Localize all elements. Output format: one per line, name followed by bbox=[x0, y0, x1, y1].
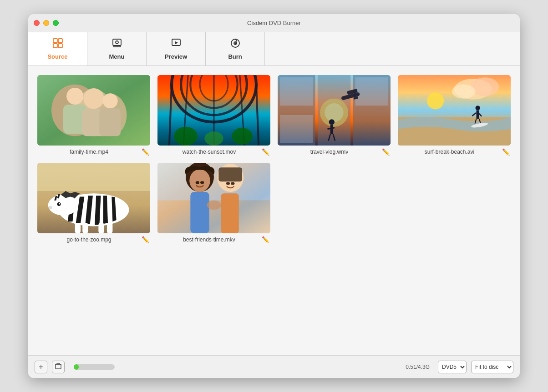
tab-menu[interactable]: Menu bbox=[87, 32, 147, 65]
svg-rect-81 bbox=[190, 192, 209, 233]
svg-rect-39 bbox=[318, 75, 350, 146]
edit-icon-best-friends[interactable]: ✏️ bbox=[262, 236, 269, 243]
media-thumb-go-to-zoo bbox=[37, 163, 150, 233]
window-title: Cisdem DVD Burner bbox=[247, 20, 301, 26]
media-item-travel-vlog[interactable]: travel-vlog.wmv ✏️ bbox=[278, 75, 391, 156]
close-button[interactable] bbox=[34, 20, 40, 26]
svg-rect-72 bbox=[107, 223, 112, 233]
media-info-family-time: family-time.mp4 ✏️ bbox=[37, 146, 150, 156]
media-thumb-best-friends bbox=[157, 163, 270, 233]
tab-preview-label: Preview bbox=[165, 53, 187, 60]
filename-travel-vlog: travel-vlog.wmv bbox=[279, 149, 380, 155]
svg-point-11 bbox=[235, 43, 236, 44]
delete-button[interactable] bbox=[52, 361, 65, 373]
tab-source[interactable]: Source bbox=[28, 32, 87, 65]
svg-point-74 bbox=[59, 203, 60, 204]
media-info-go-to-zoo: go-to-the-zoo.mpg ✏️ bbox=[37, 233, 150, 243]
svg-rect-69 bbox=[75, 223, 81, 233]
maximize-button[interactable] bbox=[53, 20, 59, 26]
svg-rect-21 bbox=[99, 108, 121, 136]
svg-point-87 bbox=[226, 182, 230, 185]
svg-point-55 bbox=[452, 85, 476, 99]
add-button[interactable]: + bbox=[35, 361, 47, 373]
tab-burn-label: Burn bbox=[228, 53, 242, 60]
add-icon: + bbox=[39, 363, 43, 371]
tab-burn[interactable]: Burn bbox=[206, 32, 265, 65]
svg-point-68 bbox=[48, 195, 78, 215]
edit-icon-family-time[interactable]: ✏️ bbox=[142, 148, 149, 156]
media-item-watch-sunset[interactable]: watch-the-sunset.mov ✏️ bbox=[157, 75, 270, 156]
svg-point-5 bbox=[116, 41, 118, 44]
delete-icon bbox=[55, 362, 62, 372]
media-item-family-time[interactable]: family-time.mp4 ✏️ bbox=[37, 75, 150, 156]
source-icon bbox=[52, 38, 63, 51]
media-info-travel-vlog: travel-vlog.wmv ✏️ bbox=[278, 146, 391, 156]
svg-rect-59 bbox=[477, 111, 479, 119]
svg-rect-0 bbox=[53, 39, 57, 43]
svg-point-33 bbox=[204, 131, 223, 146]
svg-rect-3 bbox=[58, 44, 62, 48]
burn-icon bbox=[230, 38, 241, 51]
svg-point-86 bbox=[200, 181, 204, 184]
svg-point-75 bbox=[49, 206, 52, 209]
menu-icon bbox=[112, 38, 122, 51]
media-info-best-friends: best-friends-time.mkv ✏️ bbox=[157, 233, 270, 243]
svg-point-56 bbox=[427, 92, 444, 109]
svg-point-89 bbox=[207, 201, 221, 210]
traffic-lights bbox=[34, 20, 59, 26]
svg-rect-45 bbox=[330, 125, 333, 135]
edit-icon-go-to-zoo[interactable]: ✏️ bbox=[142, 236, 149, 243]
svg-rect-66 bbox=[37, 163, 150, 191]
media-thumb-travel-vlog bbox=[278, 75, 391, 146]
fit-option-select[interactable]: Fit to disc High quality Custom bbox=[471, 361, 513, 373]
svg-point-34 bbox=[232, 128, 252, 145]
media-thumb-surf-break-beach bbox=[398, 75, 511, 146]
svg-point-32 bbox=[174, 127, 198, 146]
svg-point-85 bbox=[196, 181, 199, 184]
storage-label: 0.51/4.3G bbox=[406, 364, 430, 370]
media-grid: family-time.mp4 ✏️ bbox=[37, 75, 511, 243]
minimize-button[interactable] bbox=[43, 20, 49, 26]
filename-go-to-zoo: go-to-the-zoo.mpg bbox=[38, 236, 140, 243]
svg-point-17 bbox=[83, 88, 104, 109]
svg-point-88 bbox=[231, 182, 234, 185]
svg-rect-90 bbox=[56, 364, 61, 369]
svg-point-80 bbox=[189, 169, 210, 192]
toolbar: Source Menu Preview bbox=[28, 32, 520, 66]
filename-watch-sunset: watch-the-sunset.mov bbox=[158, 149, 260, 155]
svg-rect-2 bbox=[53, 44, 57, 48]
tab-source-label: Source bbox=[47, 53, 67, 60]
progress-bar-container bbox=[74, 364, 115, 370]
svg-rect-41 bbox=[280, 77, 313, 106]
filename-family-time: family-time.mp4 bbox=[38, 149, 140, 155]
media-thumb-watch-sunset bbox=[157, 75, 270, 146]
titlebar: Cisdem DVD Burner bbox=[28, 14, 520, 32]
tab-preview[interactable]: Preview bbox=[147, 32, 206, 65]
svg-point-58 bbox=[476, 106, 480, 110]
media-item-best-friends[interactable]: best-friends-time.mkv ✏️ bbox=[157, 163, 270, 243]
content-area: family-time.mp4 ✏️ bbox=[28, 66, 520, 355]
filename-best-friends: best-friends-time.mkv bbox=[158, 236, 260, 243]
svg-rect-43 bbox=[355, 77, 388, 106]
svg-rect-83 bbox=[218, 167, 242, 181]
svg-rect-77 bbox=[157, 163, 270, 201]
edit-icon-travel-vlog[interactable]: ✏️ bbox=[382, 148, 390, 156]
app-window: Cisdem DVD Burner Source bbox=[28, 14, 520, 378]
media-item-surf-break-beach[interactable]: surf-break-beach.avi ✏️ bbox=[398, 75, 511, 156]
disc-type-select[interactable]: DVD5 DVD9 bbox=[438, 361, 467, 373]
svg-point-16 bbox=[66, 88, 83, 105]
media-info-watch-sunset: watch-the-sunset.mov ✏️ bbox=[157, 146, 270, 156]
progress-bar-fill bbox=[74, 364, 79, 370]
edit-icon-surf-break-beach[interactable]: ✏️ bbox=[502, 148, 510, 156]
filename-surf-break-beach: surf-break-beach.avi bbox=[399, 149, 500, 155]
svg-point-44 bbox=[329, 119, 335, 125]
media-thumb-family-time bbox=[37, 75, 150, 146]
media-item-go-to-zoo[interactable]: go-to-the-zoo.mpg ✏️ bbox=[37, 163, 150, 243]
bottombar: + 0.51/4.3G DVD5 DVD9 Fit to disc bbox=[28, 355, 520, 378]
svg-rect-4 bbox=[113, 39, 121, 45]
svg-rect-71 bbox=[98, 223, 104, 233]
edit-icon-watch-sunset[interactable]: ✏️ bbox=[262, 148, 269, 156]
svg-rect-84 bbox=[221, 193, 239, 233]
preview-icon bbox=[171, 38, 182, 51]
svg-point-18 bbox=[103, 93, 118, 108]
